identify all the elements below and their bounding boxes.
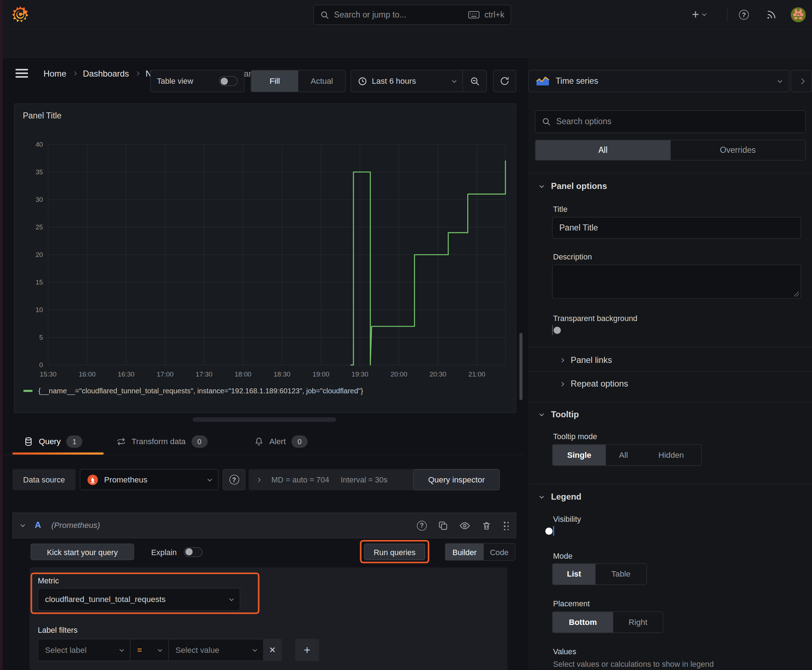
chevron-down-icon [702, 12, 706, 16]
interval-stat: Interval = 30s [341, 475, 387, 484]
add-menu-button[interactable]: + [692, 7, 706, 22]
collapse-query-icon[interactable] [21, 523, 25, 527]
global-search-input[interactable]: Search or jump to... ctrl+k [313, 5, 511, 25]
table-view-toggle-group[interactable]: Table view [150, 70, 244, 92]
label-filters-label: Label filters [38, 625, 78, 634]
search-options-input[interactable]: Search options [535, 110, 805, 133]
panel-title-input[interactable]: Panel Title [552, 217, 801, 239]
tooltip-mode-hidden[interactable]: Hidden [641, 445, 701, 465]
datasource-picker[interactable]: Prometheus [80, 469, 219, 490]
legend-placement-bottom[interactable]: Bottom [553, 612, 613, 633]
tab-overrides[interactable]: Overrides [670, 140, 805, 160]
resize-drag-handle[interactable] [193, 417, 336, 422]
delete-query-trash-icon[interactable] [481, 520, 491, 530]
time-range-picker[interactable]: Last 6 hours [351, 76, 463, 86]
label-filter-row: Select label = Select value ✕ [38, 639, 282, 661]
table-view-toggle[interactable] [219, 76, 238, 86]
hide-response-eye-icon[interactable] [459, 520, 470, 531]
query-inspector-button[interactable]: Query inspector [413, 469, 500, 490]
viz-suggestions-button[interactable] [791, 70, 812, 92]
hamburger-menu-button[interactable] [15, 69, 28, 78]
legend-section-header[interactable]: Legend [540, 492, 581, 501]
user-avatar[interactable] [791, 7, 806, 22]
operator-value: = [137, 645, 153, 655]
svg-text:10: 10 [36, 306, 43, 313]
zoom-out-button[interactable] [463, 70, 486, 92]
panel-links-section[interactable]: Panel links [560, 355, 612, 365]
plus-icon: + [692, 7, 699, 22]
chevron-down-icon [539, 183, 544, 188]
transparent-background-toggle[interactable] [552, 325, 553, 335]
operator-dropdown[interactable]: = [130, 639, 168, 661]
time-range-label: Last 6 hours [372, 76, 448, 86]
chevron-right-icon [798, 78, 804, 84]
tooltip-section-title: Tooltip [551, 409, 579, 419]
builder-code-switch: Builder Code [445, 543, 515, 560]
query-options-strip[interactable]: MD = auto = 704 Interval = 30s [249, 469, 415, 490]
svg-text:19:00: 19:00 [312, 371, 329, 378]
panel-preview[interactable]: Panel Title 15:3016:0016:3017:0017:3018:… [14, 103, 516, 413]
description-label: Description [553, 252, 592, 261]
tooltip-mode-all[interactable]: All [606, 445, 641, 465]
description-textarea[interactable] [552, 264, 801, 298]
legend-visibility-toggle[interactable] [553, 526, 554, 536]
actual-option[interactable]: Actual [298, 71, 346, 91]
transparent-background-label: Transparent background [553, 314, 637, 323]
tab-alert[interactable]: Alert 0 [254, 430, 308, 453]
svg-text:16:00: 16:00 [79, 371, 96, 378]
tooltip-mode-single[interactable]: Single [553, 445, 606, 465]
news-button[interactable] [765, 9, 777, 20]
query-count-badge: 1 [66, 435, 82, 448]
active-tab-underline [12, 452, 104, 455]
legend-mode-list[interactable]: List [553, 564, 595, 584]
query-help-icon[interactable]: ? [417, 520, 426, 530]
builder-option[interactable]: Builder [445, 544, 484, 560]
chevron-down-icon [253, 647, 257, 651]
chevron-down-icon [452, 78, 456, 82]
duplicate-icon[interactable] [438, 520, 448, 530]
repeat-options-section[interactable]: Repeat options [560, 379, 628, 389]
divider [528, 347, 812, 347]
tooltip-section-header[interactable]: Tooltip [540, 409, 579, 419]
search-icon [320, 10, 329, 19]
visualization-picker[interactable]: Time series [528, 70, 789, 92]
tab-query-label: Query [39, 437, 61, 446]
svg-text:30: 30 [36, 196, 43, 203]
tab-all[interactable]: All [536, 140, 671, 160]
explain-toggle[interactable] [184, 547, 203, 557]
select-label-dropdown[interactable]: Select label [38, 639, 130, 661]
remove-filter-button[interactable]: ✕ [263, 639, 282, 661]
legend-mode-table[interactable]: Table [595, 564, 646, 584]
refresh-button[interactable] [493, 70, 516, 92]
grafana-logo[interactable] [12, 6, 29, 23]
explain-label: Explain [151, 548, 176, 557]
divider [528, 484, 812, 484]
legend-placement-right[interactable]: Right [613, 612, 663, 633]
legend-section-title: Legend [551, 492, 581, 501]
datasource-help-button[interactable]: ? [223, 469, 246, 490]
query-row-header[interactable]: A (Prometheus) ? [12, 513, 516, 538]
clock-icon [358, 76, 367, 86]
breadcrumb-home[interactable]: Home [44, 69, 66, 78]
chart-legend[interactable]: {__name__="cloudflared_tunnel_total_requ… [23, 387, 363, 395]
breadcrumb-bar: Home Dashboards New dashboard Edit panel… [0, 29, 812, 58]
run-queries-button[interactable]: Run queries [364, 544, 425, 560]
panel-options-pane: Time series Search options All Overrides… [528, 58, 812, 670]
fill-option[interactable]: Fill [251, 71, 298, 91]
metric-select[interactable]: cloudflared_tunnel_total_requests [38, 588, 241, 611]
tab-transform-data[interactable]: Transform data 0 [116, 430, 207, 453]
add-filter-button[interactable]: + [295, 639, 319, 661]
kick-start-query-button[interactable]: Kick start your query [31, 544, 134, 560]
tab-query[interactable]: Query 1 [24, 430, 83, 453]
select-value-dropdown[interactable]: Select value [168, 639, 263, 661]
question-circle-icon: ? [739, 10, 749, 19]
svg-text:17:30: 17:30 [195, 371, 212, 378]
resize-handle-icon[interactable] [794, 291, 799, 296]
panel-options-section-header[interactable]: Panel options [540, 181, 607, 191]
vertical-scrollbar[interactable] [519, 333, 523, 400]
breadcrumb-dashboards[interactable]: Dashboards [83, 69, 129, 78]
help-button[interactable]: ? [738, 9, 750, 21]
select-label-placeholder: Select label [45, 645, 120, 655]
code-option[interactable]: Code [484, 544, 515, 560]
drag-grip-icon[interactable] [503, 521, 509, 530]
